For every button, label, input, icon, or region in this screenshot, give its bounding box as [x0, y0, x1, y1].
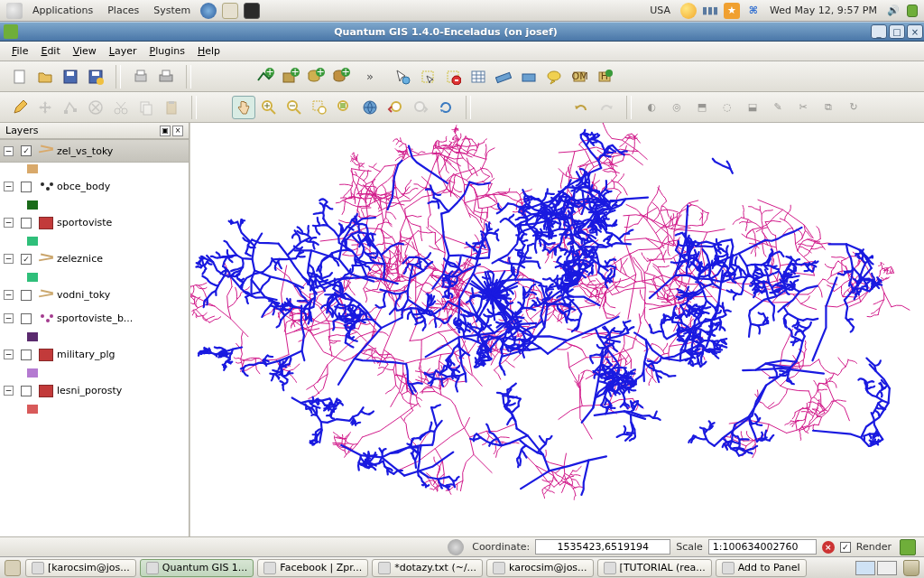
toolbar-more-button[interactable]: »: [358, 65, 382, 89]
menu-view[interactable]: View: [67, 45, 103, 57]
tree-toggle[interactable]: −: [4, 290, 14, 300]
map-tips-button[interactable]: [542, 65, 566, 89]
layers-panel-header[interactable]: Layers ▣ ×: [0, 123, 189, 139]
layers-tree[interactable]: −✓zel_vs_toky−obce_body−sportoviste−✓zel…: [0, 139, 189, 536]
tree-toggle[interactable]: −: [4, 254, 14, 264]
attribute-table-button[interactable]: [467, 65, 490, 89]
menu-layer[interactable]: Layer: [103, 45, 143, 57]
zoom-out-button[interactable]: [282, 96, 306, 119]
menu-places[interactable]: Places: [100, 5, 146, 16]
layer-visibility-checkbox[interactable]: ✓: [21, 145, 32, 156]
task-6[interactable]: Add to Panel: [716, 559, 807, 577]
volume-icon[interactable]: 🔊: [885, 3, 901, 19]
terminal-icon[interactable]: [244, 3, 260, 19]
add-vector-layer-button[interactable]: +: [254, 65, 277, 89]
update-icon[interactable]: ★: [724, 3, 740, 19]
keyboard-indicator[interactable]: USA: [642, 5, 678, 16]
gnome-foot-icon[interactable]: [6, 3, 23, 19]
close-panel-icon[interactable]: ×: [172, 126, 183, 136]
save-as-button[interactable]: [84, 65, 107, 89]
menu-system[interactable]: System: [146, 5, 198, 16]
zoom-layer-button[interactable]: [333, 96, 356, 119]
layer-visibility-checkbox[interactable]: [21, 313, 32, 324]
zoom-next-button[interactable]: [409, 96, 432, 119]
layer-row-military_plg[interactable]: −military_plg: [0, 343, 189, 367]
toggle-editing-button[interactable]: [8, 96, 32, 119]
pan-button[interactable]: [232, 96, 255, 119]
layer-row-sportoviste[interactable]: −sportoviste: [0, 211, 189, 235]
zoom-selection-button[interactable]: [308, 96, 331, 119]
detach-panel-icon[interactable]: ▣: [160, 126, 171, 136]
browser-icon[interactable]: [200, 3, 217, 19]
tree-toggle[interactable]: −: [4, 386, 14, 396]
trash-icon[interactable]: [903, 560, 919, 576]
layer-visibility-checkbox[interactable]: [21, 218, 32, 228]
bluetooth-icon[interactable]: ⌘: [745, 3, 762, 19]
weather-icon[interactable]: [680, 3, 697, 19]
layer-visibility-checkbox[interactable]: [21, 182, 32, 192]
add-postgis-layer-button[interactable]: +: [304, 65, 328, 89]
show-desktop-icon[interactable]: [5, 560, 21, 576]
move-feature-button[interactable]: [33, 96, 57, 119]
layer-row-sportoviste_b...[interactable]: −sportoviste_b...: [0, 307, 189, 331]
layer-row-lesni_porosty[interactable]: −lesni_porosty: [0, 379, 189, 403]
layer-visibility-checkbox[interactable]: [21, 290, 32, 301]
task-0[interactable]: [karocsim@jos...: [25, 559, 136, 577]
clock[interactable]: Wed May 12, 9:57 PM: [764, 5, 882, 16]
add-ring-button[interactable]: ◎: [665, 96, 688, 119]
rotate-button[interactable]: ↻: [842, 96, 865, 119]
workspace-2[interactable]: [877, 561, 897, 575]
tree-toggle[interactable]: −: [4, 182, 14, 191]
layer-visibility-checkbox[interactable]: [21, 386, 32, 396]
mail-icon[interactable]: [222, 3, 238, 19]
tree-toggle[interactable]: −: [4, 218, 14, 228]
copy-button[interactable]: [134, 96, 158, 119]
bookmarks-button[interactable]: HOME: [568, 65, 591, 89]
merge-button[interactable]: ⧉: [817, 96, 840, 119]
delete-part-button[interactable]: ⬓: [741, 96, 764, 119]
network-icon[interactable]: ▮▮▮: [702, 3, 718, 19]
workspace-switcher[interactable]: [852, 561, 901, 575]
measure-line-button[interactable]: [492, 65, 515, 89]
layer-row-vodni_toky[interactable]: −vodni_toky: [0, 284, 189, 307]
map-canvas[interactable]: [189, 123, 924, 536]
reshape-button[interactable]: ✎: [766, 96, 790, 119]
refresh-button[interactable]: [434, 96, 457, 119]
layer-row-zel_vs_toky[interactable]: −✓zel_vs_toky: [0, 139, 189, 163]
zoom-full-button[interactable]: [358, 96, 382, 119]
layer-visibility-checkbox[interactable]: ✓: [21, 254, 32, 265]
task-1[interactable]: Quantum GIS 1...: [140, 559, 254, 577]
task-3[interactable]: *dotazy.txt (~/...: [372, 559, 483, 577]
task-4[interactable]: karocsim@jos...: [486, 559, 594, 577]
node-tool-button[interactable]: [59, 96, 82, 119]
identify-button[interactable]: [391, 65, 414, 89]
menu-edit[interactable]: Edit: [34, 45, 66, 57]
paste-button[interactable]: [160, 96, 183, 119]
workspace-1[interactable]: [855, 561, 875, 575]
layer-row-obce_body[interactable]: −obce_body: [0, 175, 189, 199]
save-project-button[interactable]: [59, 65, 82, 89]
menu-help[interactable]: Help: [191, 45, 226, 57]
maximize-button[interactable]: □: [889, 24, 905, 39]
simplify-button[interactable]: ◐: [640, 96, 663, 119]
new-bookmark-button[interactable]: H: [593, 65, 616, 89]
zoom-in-button[interactable]: [257, 96, 281, 119]
delete-selected-button[interactable]: [84, 96, 107, 119]
zoom-last-button[interactable]: [383, 96, 407, 119]
task-2[interactable]: Facebook | Zpr...: [257, 559, 368, 577]
select-button[interactable]: [416, 65, 439, 89]
menu-plugins[interactable]: Plugins: [143, 45, 191, 57]
menu-file[interactable]: File: [5, 45, 34, 57]
menu-applications[interactable]: Applications: [25, 5, 100, 16]
print-button[interactable]: [154, 65, 178, 89]
add-spatialite-layer-button[interactable]: +: [329, 65, 353, 89]
cut-button[interactable]: [109, 96, 133, 119]
undo-button[interactable]: [569, 96, 593, 119]
tree-toggle[interactable]: −: [4, 313, 14, 323]
layer-visibility-checkbox[interactable]: [21, 350, 32, 360]
battery-icon[interactable]: [907, 5, 918, 17]
tree-toggle[interactable]: −: [4, 350, 14, 359]
task-5[interactable]: [TUTORIAL (rea...: [597, 559, 712, 577]
split-button[interactable]: ✂: [791, 96, 815, 119]
print-composer-button[interactable]: [129, 65, 152, 89]
